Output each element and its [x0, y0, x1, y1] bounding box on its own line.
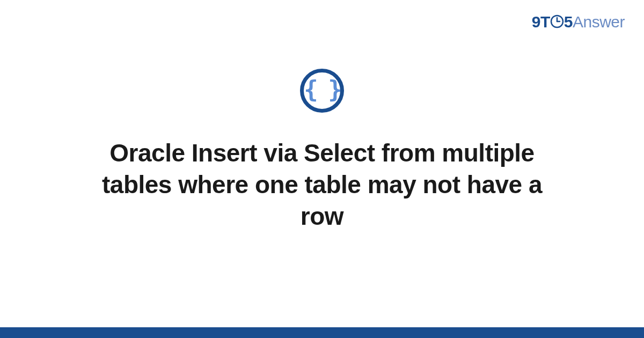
braces-icon: { } [304, 78, 340, 101]
logo-text-5: 5 [564, 13, 573, 31]
code-braces-badge: { } [300, 69, 344, 113]
footer-bar [0, 327, 644, 338]
main-content: { } Oracle Insert via Select from multip… [0, 69, 644, 232]
site-logo: 9T5Answer [532, 13, 625, 31]
logo-text-answer: Answer [573, 13, 625, 31]
clock-icon [550, 14, 564, 28]
page-title: Oracle Insert via Select from multiple t… [80, 137, 564, 232]
logo-text-9t: 9T [532, 13, 550, 31]
